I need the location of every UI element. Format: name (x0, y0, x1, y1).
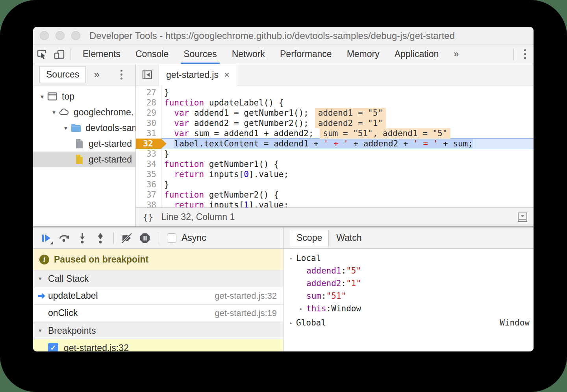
sidebar-more-tabs-button[interactable]: » (94, 68, 99, 81)
tab-console[interactable]: Console (128, 44, 176, 64)
chevron-down-icon[interactable]: ▾ (286, 255, 296, 261)
line-number[interactable]: 34 (136, 159, 161, 169)
code-line[interactable]: function updateLabel() { (161, 98, 534, 108)
step-into-icon (77, 232, 88, 244)
close-tab-button[interactable]: × (224, 69, 230, 80)
devtools-menu-button[interactable] (516, 49, 534, 59)
overflow-menu-icon (120, 74, 122, 76)
scope-section-header[interactable]: ▸GlobalWindow (284, 316, 534, 329)
scope-section-global: ▸GlobalWindow (284, 316, 534, 329)
pause-on-exceptions-button[interactable] (136, 229, 154, 247)
call-stack-frame[interactable]: updateLabelget-started.js:32 (33, 287, 283, 305)
line-number[interactable]: 35 (136, 169, 161, 179)
code-line[interactable]: var addend2 = getNumber2();addend2 = "1" (161, 118, 534, 128)
frame-location-link[interactable]: get-started.js:32 (215, 291, 283, 301)
breakpoint-checkbox[interactable]: ✓ (48, 343, 58, 351)
minimize-window-button[interactable] (56, 31, 65, 40)
code-line[interactable]: var addend1 = getNumber1();addend1 = "5" (161, 108, 534, 118)
device-toolbar-button[interactable] (50, 46, 68, 63)
line-number[interactable]: 36 (136, 179, 161, 190)
code-line[interactable]: var sum = addend1 + addend2;sum = "51", … (161, 128, 534, 139)
step-out-icon (95, 232, 106, 244)
tree-item-devtools-sam[interactable]: ▾devtools-sam (33, 120, 135, 136)
tab-get-started-js[interactable]: get-started.js × (159, 64, 237, 85)
line-number[interactable]: 30 (136, 118, 161, 128)
tab-sources-files[interactable]: Sources (39, 67, 86, 83)
tab-application[interactable]: Application (387, 44, 447, 64)
breakpoints-header[interactable]: ▾ Breakpoints (33, 322, 283, 339)
frame-location-link[interactable]: get-started.js:19 (215, 308, 283, 318)
call-stack-header[interactable]: ▾ Call Stack (33, 270, 283, 287)
breakpoint-line-number[interactable]: 32 (136, 139, 167, 149)
step-out-button[interactable] (91, 229, 109, 247)
tab-network[interactable]: Network (224, 44, 272, 64)
execution-line[interactable]: label.textContent = addend1 + ' + ' + ad… (161, 139, 534, 149)
step-into-button[interactable] (73, 229, 91, 247)
line-number[interactable]: 29 (136, 108, 161, 118)
code-token (164, 118, 174, 128)
code-line[interactable]: function getNumber1() { (161, 159, 534, 169)
file-tree: ▾top▾googlechrome.▾devtools-samget-start… (33, 85, 135, 167)
line-number[interactable]: 27 (136, 87, 161, 98)
chevron-down-icon[interactable]: ▾ (38, 93, 46, 100)
call-stack-title: Call Stack (48, 274, 89, 284)
line-number[interactable]: 33 (136, 149, 161, 159)
scope-property[interactable]: sum: "51" (284, 290, 534, 302)
scope-section-name: Global (296, 318, 326, 327)
code-lines[interactable]: }function updateLabel() { var addend1 = … (161, 85, 534, 207)
scope-section-header[interactable]: ▾Local (284, 252, 534, 264)
hide-navigator-button[interactable] (136, 64, 159, 85)
tree-item-get-started[interactable]: get-started (33, 136, 135, 152)
tab-sources[interactable]: Sources (176, 44, 224, 64)
code-line[interactable]: } (161, 87, 534, 98)
tab-scope[interactable]: Scope (290, 230, 329, 246)
tab-memory[interactable]: Memory (339, 44, 387, 64)
line-number-gutter[interactable]: 272829303132333435363738 (136, 85, 161, 207)
async-checkbox[interactable] (167, 233, 176, 243)
pretty-print-button[interactable]: {} (143, 212, 154, 222)
inspect-element-button[interactable] (33, 46, 50, 63)
line-number[interactable]: 37 (136, 190, 161, 200)
overflow-menu-icon (524, 57, 526, 59)
breakpoint-entry[interactable]: ✓get-started.js:32 (33, 339, 283, 351)
tree-item-label: googlechrome. (74, 107, 133, 118)
zoom-window-button[interactable] (71, 31, 80, 40)
tab-watch[interactable]: Watch (329, 233, 369, 243)
code-token: + addend2 + (348, 139, 413, 148)
scope-tab-strip: Scope Watch (284, 227, 534, 249)
tree-item-label: devtools-sam (85, 123, 135, 133)
tabs-overflow-button[interactable]: » (446, 44, 466, 64)
line-number[interactable]: 38 (136, 200, 161, 207)
resume-button[interactable] (37, 229, 55, 247)
chevron-down-icon[interactable]: ▾ (61, 124, 70, 132)
chevron-right-icon[interactable]: ▸ (286, 320, 296, 326)
line-number[interactable]: 31 (136, 128, 161, 139)
chevron-down-icon[interactable]: ▾ (50, 109, 58, 116)
step-over-button[interactable] (55, 229, 73, 247)
paused-message-bar: i Paused on breakpoint (33, 249, 283, 270)
property-value: Window (331, 304, 361, 313)
scope-property[interactable]: ▸this: Window (284, 302, 534, 315)
tree-item-googlechrome-[interactable]: ▾googlechrome. (33, 104, 135, 120)
call-stack-frame[interactable]: onClickget-started.js:19 (33, 305, 283, 322)
title-bar: Developer Tools - https://googlechrome.g… (33, 27, 534, 44)
code-editor[interactable]: 272829303132333435363738 }function updat… (136, 85, 534, 207)
scope-property[interactable]: addend2: "1" (284, 277, 534, 290)
code-line[interactable]: function getNumber2() { (161, 190, 534, 200)
sidebar-menu-button[interactable] (113, 70, 130, 80)
code-line[interactable]: } (161, 179, 534, 190)
scope-property[interactable]: addend1: "5" (284, 264, 534, 277)
chevron-right-icon[interactable]: ▸ (296, 305, 306, 312)
line-number[interactable]: 28 (136, 98, 161, 108)
code-line[interactable]: } (161, 149, 534, 159)
tree-item-get-started[interactable]: get-started (33, 152, 135, 167)
close-window-button[interactable] (40, 31, 49, 40)
tab-elements[interactable]: Elements (75, 44, 128, 64)
tree-item-top[interactable]: ▾top (33, 89, 135, 104)
tab-performance[interactable]: Performance (272, 44, 339, 64)
deactivate-breakpoints-button[interactable] (118, 229, 136, 247)
code-line[interactable]: return inputs[0].value; (161, 169, 534, 179)
code-line[interactable]: return inputs[1].value; (161, 200, 534, 207)
file-gray-icon (73, 138, 85, 150)
expand-panel-button[interactable] (516, 211, 529, 226)
